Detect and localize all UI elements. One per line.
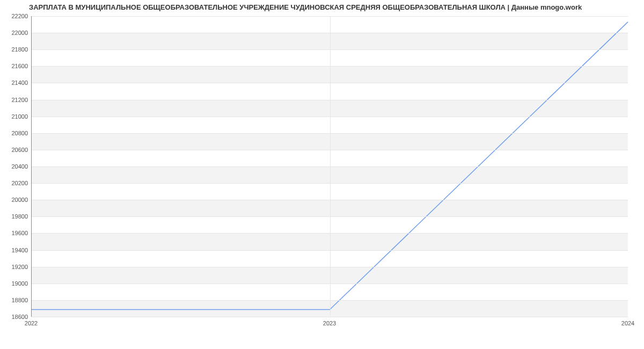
y-tick-label: 21200 — [0, 97, 28, 103]
y-tick-label: 21800 — [0, 46, 28, 53]
y-tick-label: 19600 — [0, 230, 28, 236]
y-tick-label: 20600 — [0, 147, 28, 153]
y-tick-label: 22000 — [0, 30, 28, 36]
gridline-v — [330, 16, 331, 316]
y-tick-label: 20200 — [0, 180, 28, 186]
x-tick-label: 2023 — [323, 320, 336, 326]
y-tick-label: 18800 — [0, 297, 28, 303]
y-tick-label: 20400 — [0, 163, 28, 170]
y-tick-label: 21000 — [0, 113, 28, 120]
y-tick-label: 18600 — [0, 314, 28, 320]
chart-title: ЗАРПЛАТА В МУНИЦИПАЛЬНОЕ ОБЩЕОБРАЗОВАТЕЛ… — [29, 3, 639, 11]
gridline-h — [32, 317, 628, 317]
y-tick-label: 19400 — [0, 247, 28, 253]
x-tick-label: 2024 — [621, 320, 634, 326]
x-tick-label: 2022 — [25, 320, 38, 326]
y-tick-label: 20800 — [0, 130, 28, 136]
y-tick-label: 19200 — [0, 264, 28, 270]
y-tick-label: 19000 — [0, 280, 28, 287]
y-tick-label: 19800 — [0, 213, 28, 220]
y-tick-label: 20000 — [0, 197, 28, 203]
y-tick-label: 21600 — [0, 63, 28, 69]
chart-container: ЗАРПЛАТА В МУНИЦИПАЛЬНОЕ ОБЩЕОБРАЗОВАТЕЛ… — [0, 0, 644, 349]
y-tick-label: 21400 — [0, 79, 28, 86]
plot-area — [31, 16, 628, 317]
y-tick-label: 22200 — [0, 13, 28, 19]
